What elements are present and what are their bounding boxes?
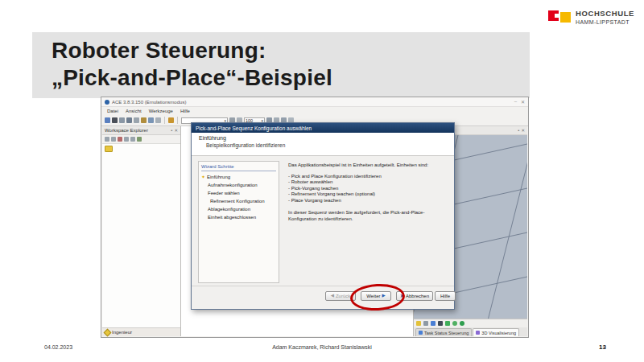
- outro-line: In dieser Sequenz werden Sie aufgeforder…: [288, 210, 448, 222]
- window-title: ACE 3.8.3.150 (Emulationsmodus): [112, 100, 186, 105]
- wizard-steps-panel: Wizard Schritte ✦ Einführung Aufnahmekon…: [198, 161, 279, 283]
- close-icon[interactable]: ✕: [521, 99, 525, 105]
- close-icon[interactable]: ✕: [174, 128, 178, 133]
- search-icon[interactable]: [112, 117, 118, 123]
- wizard-steps-title: Wizard Schritte: [201, 164, 276, 171]
- tab-3d-visualisierung[interactable]: 3D Visualisierung: [473, 328, 519, 336]
- bullet-line: - Refinement Vorgang teachen (optional): [288, 191, 448, 198]
- current-step-icon: ✦: [201, 175, 205, 179]
- step-feeder-waehlen[interactable]: Feeder wählen: [208, 191, 276, 195]
- logo-text: HOCHSCHULE HAMM-LIPPSTADT: [576, 10, 634, 25]
- tab-task-status-label: Task Status Steuerung: [424, 331, 469, 335]
- workspace-panel-header: Workspace Explorer ▪ ✕: [102, 126, 180, 135]
- task-status-icon: [419, 331, 423, 335]
- pick-and-place-wizard-dialog: Pick-and-Place Sequenz Konfiguration aus…: [191, 122, 455, 310]
- monitor-icon[interactable]: [126, 117, 132, 123]
- dialog-header: Einführung Beispielkonfiguration identif…: [192, 133, 454, 156]
- tab-3d-label: 3D Visualisierung: [481, 331, 516, 335]
- window-controls: – ✕: [514, 99, 525, 105]
- step-einfuehrung[interactable]: ✦ Einführung: [201, 175, 276, 179]
- back-arrow-icon: ◀: [331, 294, 334, 298]
- footer-authors: Adam Kaczmarek, Richard Stanislawski: [0, 344, 644, 350]
- hshl-logo-icon: [548, 10, 571, 23]
- step-aufnahmekonfiguration[interactable]: Aufnahmekonfiguration: [208, 183, 276, 187]
- record-icon[interactable]: [460, 321, 464, 326]
- menu-werkzeuge[interactable]: Werkzeuge: [149, 109, 173, 113]
- toolbar-separator: [164, 117, 165, 124]
- logo-red-square: [548, 10, 559, 21]
- dialog-body: Wizard Schritte ✦ Einführung Aufnahmekon…: [192, 156, 454, 286]
- cube-icon[interactable]: [445, 321, 450, 326]
- logo-line2: HAMM-LIPPSTADT: [576, 19, 634, 25]
- history-icon[interactable]: [452, 321, 457, 326]
- workspace-panel-title: Workspace Explorer: [105, 128, 148, 133]
- logo-yellow-square: [560, 12, 571, 23]
- globe-icon[interactable]: [155, 117, 161, 123]
- run-icon[interactable]: [168, 117, 174, 123]
- workspace-statusbar: Ingenieur: [102, 327, 180, 336]
- minimize-icon[interactable]: –: [514, 99, 517, 105]
- mail-icon[interactable]: [148, 117, 154, 123]
- toolbar-separator: [177, 117, 178, 124]
- menu-datei[interactable]: Datei: [107, 109, 118, 113]
- refresh-icon[interactable]: [119, 117, 125, 123]
- help-button[interactable]: Hilfe: [435, 291, 456, 301]
- pin-icon[interactable]: ▪: [171, 128, 172, 133]
- viz-icon-row: [414, 319, 527, 327]
- bullet-line: - Pick-Vorgang teachen: [288, 186, 448, 192]
- new-item-icon[interactable]: [105, 137, 109, 142]
- page-title: Roboter Steuerung: „Pick-and-Place“-Beis…: [52, 37, 332, 92]
- workspace-toolbar: [102, 135, 180, 144]
- battery-icon[interactable]: [438, 321, 443, 326]
- close-icon[interactable]: ✕: [521, 128, 525, 133]
- plane-icon[interactable]: [431, 321, 436, 326]
- hshl-logo: HOCHSCHULE HAMM-LIPPSTADT: [548, 10, 634, 25]
- dialog-title: Pick-and-Place Sequenz Konfiguration aus…: [196, 125, 312, 131]
- package-icon[interactable]: [134, 117, 139, 123]
- window-titlebar[interactable]: ACE 3.8.3.150 (Emulationsmodus) – ✕: [101, 97, 528, 107]
- ruler-icon[interactable]: [423, 321, 428, 326]
- open-item-icon[interactable]: [111, 137, 116, 142]
- bullet-line: - Pick and Place Konfiguration identifiz…: [288, 174, 448, 180]
- viz-tabs: Task Status Steuerung 3D Visualisierung: [414, 327, 527, 336]
- panel-header-icons: ▪ ✕: [171, 128, 178, 133]
- viz-3d-icon: [476, 331, 480, 335]
- title-block: Roboter Steuerung: „Pick-and-Place“-Beis…: [32, 32, 530, 98]
- menu-hilfe[interactable]: Hilfe: [180, 109, 190, 113]
- wizard-body-text: Das Applikationsbeispiel ist in Einheite…: [288, 162, 448, 222]
- page-title-line1: Roboter Steuerung:: [52, 37, 332, 64]
- user-role-label: Ingenieur: [112, 330, 132, 335]
- step-ablagekonfiguration[interactable]: Ablagekonfiguration: [208, 207, 276, 212]
- workspace-explorer-panel: Workspace Explorer ▪ ✕: [102, 126, 181, 336]
- tab-task-status[interactable]: Task Status Steuerung: [415, 328, 472, 336]
- panel-header-icons: ▪ ✕: [518, 128, 525, 133]
- pin-icon[interactable]: ▪: [518, 128, 519, 133]
- step-refinement-konfiguration[interactable]: Refinement Konfiguration: [210, 199, 276, 204]
- dialog-heading: Einführung: [199, 135, 454, 141]
- move-up-down-icon[interactable]: [137, 137, 142, 142]
- pencil-icon[interactable]: [416, 321, 421, 326]
- page-title-line2: „Pick-and-Place“-Beispiel: [52, 64, 332, 92]
- logo-line1: HOCHSCHULE: [576, 10, 634, 18]
- menu-ansicht[interactable]: Ansicht: [126, 109, 142, 113]
- delete-icon[interactable]: [118, 137, 122, 142]
- copy-icon[interactable]: [124, 137, 129, 142]
- workspace-folder-icon[interactable]: [105, 146, 113, 152]
- slide: Roboter Steuerung: „Pick-and-Place“-Beis…: [0, 0, 644, 362]
- dialog-footer: ◀ Zurück Weiter ▶ ✕ Abbrechen Hilfe: [192, 286, 454, 309]
- step-einheit-abgeschlossen[interactable]: Einheit abgeschlossen: [208, 215, 276, 220]
- dialog-titlebar[interactable]: Pick-and-Place Sequenz Konfiguration aus…: [192, 123, 454, 133]
- footer-page-number: 13: [599, 343, 606, 351]
- key-icon: [104, 328, 112, 336]
- save-icon[interactable]: [105, 117, 110, 123]
- intro-line: Das Applikationsbeispiel ist in Einheite…: [288, 162, 448, 169]
- paste-icon[interactable]: [130, 137, 135, 142]
- slide-footer: 04.02.2023 Adam Kaczmarek, Richard Stani…: [0, 344, 644, 356]
- bullet-line: - Roboter auswählen: [288, 179, 448, 186]
- ace-app-icon: [105, 100, 109, 105]
- menu-bar: Datei Ansicht Werkzeuge Hilfe: [101, 107, 528, 115]
- dialog-subheading: Beispielkonfiguration identifizieren: [199, 142, 454, 148]
- workspace-tree[interactable]: [102, 144, 180, 327]
- folder-icon[interactable]: [141, 117, 147, 123]
- bullet-line: - Place Vorgang teachen: [288, 198, 448, 204]
